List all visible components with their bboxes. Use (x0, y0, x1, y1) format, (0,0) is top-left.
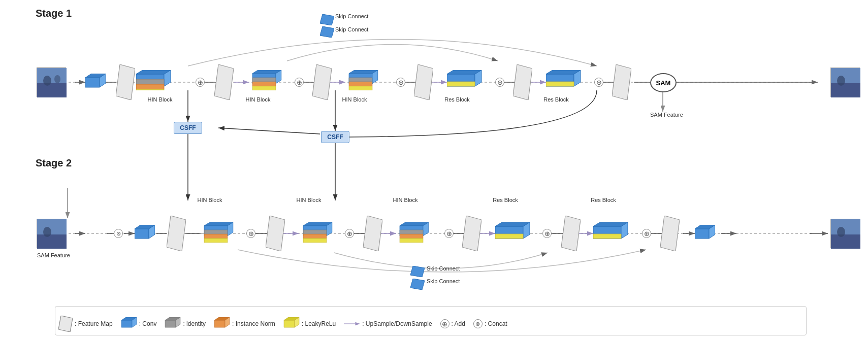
stage1-skip2-label: Skip Connect (335, 26, 368, 32)
svg-marker-98 (204, 230, 228, 234)
svg-marker-87 (320, 26, 334, 38)
stage1-res2 (546, 70, 589, 90)
svg-rect-89 (37, 234, 67, 249)
sam-circle: SAM (650, 73, 677, 92)
svg-marker-101 (266, 216, 285, 251)
svg-marker-63 (252, 82, 276, 86)
svg-marker-120 (561, 216, 581, 251)
svg-marker-61 (252, 70, 281, 74)
stage1-label: Stage 1 (36, 8, 72, 19)
stage1-output-image (830, 67, 860, 97)
svg-marker-94 (167, 216, 186, 251)
stage1-skip1-label: Skip Connect (335, 13, 368, 19)
stage2-fm3 (363, 216, 382, 251)
stage1-fm4 (414, 64, 433, 100)
svg-marker-54 (136, 70, 171, 74)
svg-marker-48 (85, 78, 100, 87)
svg-marker-64 (252, 86, 276, 90)
svg-point-85 (837, 76, 845, 86)
svg-marker-100 (204, 239, 228, 243)
sam-feature-label1: SAM Feature (650, 112, 683, 118)
stage2-conv0 (135, 225, 155, 243)
svg-marker-104 (303, 222, 332, 226)
svg-marker-65 (312, 64, 332, 100)
svg-marker-108 (363, 216, 382, 251)
stage1-hin2-add: ⊕ (295, 78, 304, 87)
svg-marker-80 (546, 70, 581, 74)
stage2-hin2 (300, 222, 343, 243)
svg-marker-125 (660, 216, 680, 251)
arrows-svg (0, 0, 868, 338)
svg-marker-81 (546, 82, 574, 86)
stage1-conv0 (85, 74, 106, 91)
svg-marker-91 (135, 229, 149, 239)
stage2-skip1-icon (410, 266, 425, 277)
svg-marker-69 (349, 78, 372, 82)
svg-line-22 (218, 128, 320, 134)
stage2-res1-label: Res Block (485, 197, 526, 203)
svg-marker-124 (593, 234, 621, 239)
svg-marker-75 (447, 70, 481, 74)
svg-marker-106 (303, 234, 327, 238)
stage2-hin3-add: ⊕ (444, 229, 454, 238)
stage2-fm2 (266, 216, 285, 251)
svg-marker-123 (593, 222, 628, 226)
stage1-skip1-icon (320, 14, 334, 25)
svg-marker-126 (695, 229, 709, 239)
stage1-res1-add: ⊕ (495, 78, 504, 87)
stage2-output-image (830, 219, 860, 248)
stage2-hin1-add: ⊕ (246, 229, 255, 238)
svg-marker-51 (116, 64, 135, 100)
svg-marker-112 (400, 230, 423, 234)
svg-marker-70 (349, 82, 372, 86)
stage1-res2-add: ⊕ (594, 78, 603, 87)
svg-marker-86 (320, 14, 334, 25)
stage1-skip2-icon (320, 26, 334, 38)
svg-rect-84 (831, 83, 860, 97)
svg-marker-113 (400, 234, 423, 238)
svg-marker-71 (349, 86, 372, 90)
stage1-fm5 (513, 64, 532, 100)
svg-marker-56 (136, 84, 164, 89)
svg-marker-99 (204, 234, 228, 238)
svg-marker-77 (513, 64, 532, 100)
stage1-hin3-label: HIN Block (334, 96, 375, 103)
stage2-skip2-icon (410, 279, 425, 290)
stage1-res2-label: Res Block (536, 96, 576, 103)
stage2-hin2-add: ⊕ (345, 229, 354, 238)
stage2-res2-add: ⊕ (642, 229, 651, 238)
stage2-label: Stage 2 (36, 157, 72, 169)
svg-marker-58 (214, 64, 234, 100)
stage2-fm6 (660, 216, 680, 251)
stage2-fm5 (561, 216, 581, 251)
csff-box1: CSFF (174, 122, 202, 134)
svg-marker-82 (612, 64, 631, 100)
stage1-hin1-blue (136, 70, 179, 90)
stage1-hin1-add: ⊕ (196, 78, 205, 87)
svg-marker-68 (349, 70, 378, 74)
svg-marker-115 (462, 216, 481, 251)
stage2-res2-label: Res Block (583, 197, 624, 203)
svg-marker-76 (447, 82, 475, 86)
stage2-hin1 (201, 222, 244, 243)
svg-rect-130 (831, 234, 860, 249)
svg-marker-132 (410, 266, 425, 277)
stage1-res1-label: Res Block (437, 96, 477, 103)
stage1-fm3 (312, 64, 332, 100)
svg-marker-72 (414, 64, 433, 100)
csff-box2: CSFF (321, 131, 349, 143)
stage1-fm6 (612, 64, 631, 100)
stage1-fm1 (116, 64, 135, 100)
svg-marker-62 (252, 78, 276, 82)
svg-marker-57 (136, 89, 164, 90)
legend-border (55, 306, 807, 335)
svg-point-131 (837, 227, 845, 237)
svg-marker-55 (136, 79, 164, 84)
svg-marker-97 (204, 222, 233, 226)
stage2-res2 (593, 222, 636, 243)
stage1-fm2 (214, 64, 234, 100)
svg-marker-107 (303, 239, 327, 243)
svg-marker-114 (400, 239, 423, 243)
stage1-hin1-label: HIN Block (140, 96, 180, 103)
diagram-container: Stage 1 Stage 2 ⊕ (0, 0, 868, 338)
